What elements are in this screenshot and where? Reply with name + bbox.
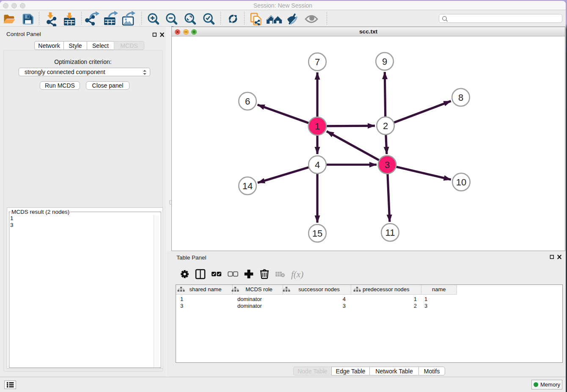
svg-text:10: 10 <box>456 177 466 188</box>
svg-text:7: 7 <box>315 57 320 67</box>
svg-text:14: 14 <box>242 181 253 191</box>
svg-text:6: 6 <box>245 96 250 107</box>
svg-text:8: 8 <box>458 92 463 103</box>
svg-text:15: 15 <box>312 228 322 239</box>
svg-text:1: 1 <box>315 121 320 132</box>
svg-text:f(x): f(x) <box>291 269 303 279</box>
svg-text:4: 4 <box>315 160 320 170</box>
svg-text:9: 9 <box>382 56 387 67</box>
svg-text:11: 11 <box>385 227 395 238</box>
svg-text:2: 2 <box>383 121 388 131</box>
svg-text:3: 3 <box>385 160 390 170</box>
